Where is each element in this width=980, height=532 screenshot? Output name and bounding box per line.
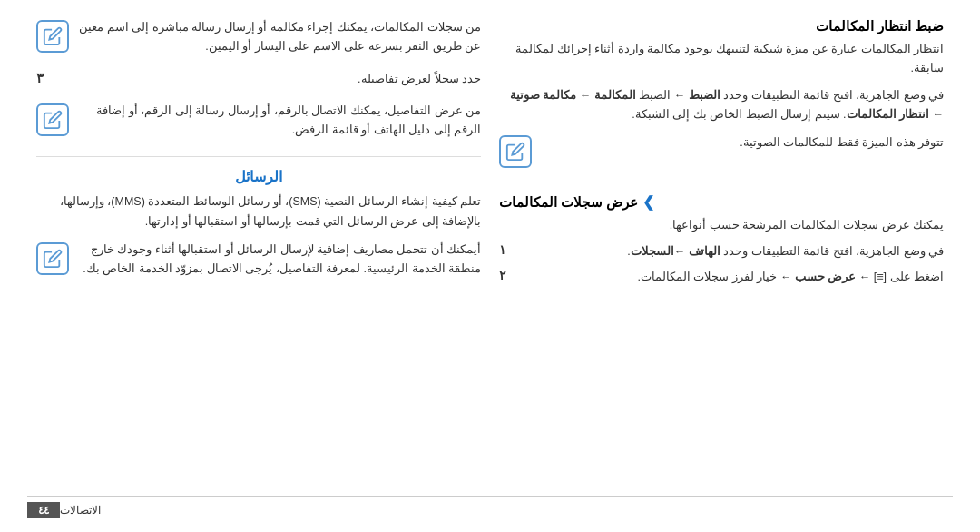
step1-text1: في وضع الجاهزية، افتح قائمة التطبيقات وح… [720,245,944,258]
left-column: من سجلات المكالمات، يمكنك إجراء مكالمة أ… [27,18,481,496]
messages-para1: تعلم كيفية إنشاء الرسائل النصية (SMS)، أ… [36,192,481,232]
left-block1: من سجلات المكالمات، يمكنك إجراء مكالمة أ… [36,18,481,57]
step2-icon: ≡ [877,271,883,283]
call-waiting-para1: انتظار المكالمات عبارة عن ميزة شبكية لتن… [499,40,944,79]
step3-number: ٣ [36,70,53,86]
call-waiting-title: ضبط انتظار المكالمات [499,18,944,34]
footer-section-label: الاتصالات [60,504,101,517]
call-waiting-note-text: تتوفر هذه الميزة فقط للمكالمات الصوتية. [541,133,944,153]
para2-text5: . سيتم إرسال الضبط الخاص بك إلى الشبكة. [632,108,846,121]
call-waiting-para2: في وضع الجاهزية، افتح قائمة التطبيقات وح… [499,86,944,125]
page-container: ضبط انتظار المكالمات انتظار المكالمات عب… [0,0,980,532]
edit-icon-2 [43,26,63,46]
step1-number: ١ [499,242,515,257]
step2-text1: اضغط على [ [884,271,944,283]
left-block3-icon-box [36,242,69,275]
step1-bold2: السجلات [631,245,674,258]
page-footer: الاتصالات ٤٤ [27,496,953,518]
para2-bold3: مكالمة صوتية [510,89,576,102]
call-logs-title: عرض سجلات المكالمات [499,194,638,211]
call-logs-subtitle: يمكنك عرض سجلات المكالمات المرشحة حسب أن… [499,216,944,235]
para2-text1: في وضع الجاهزية، افتح قائمة التطبيقات وح… [720,89,944,102]
note-icon-box [499,135,532,168]
left-block3-text: أيمكنك أن تتحمل مصاريف إضافية لإرسال الر… [78,241,481,280]
call-waiting-note-block: تتوفر هذه الميزة فقط للمكالمات الصوتية. [499,133,944,168]
right-column: ضبط انتظار المكالمات انتظار المكالمات عب… [499,18,953,496]
step3-item: حدد سجلاً لعرض تفاصيله. ٣ [36,70,481,89]
step2-text3: ← خيار لفرز سجلات المكالمات. [638,271,795,283]
para2-bold1: الضبط [689,89,720,102]
step2-bold1: عرض حسب [795,271,856,283]
content-area: ضبط انتظار المكالمات انتظار المكالمات عب… [27,18,953,496]
para2-bold2: المكالمة [594,89,636,102]
left-block2-icon-box [36,103,69,136]
para2-bold4: انتظار المكالمات [847,108,929,121]
left-block2: من عرض التفاصيل، يمكنك الاتصال بالرقم، أ… [36,102,481,141]
para2-text3: ← [576,89,593,102]
call-logs-step2-text: اضغط على [≡] ← عرض حسب ← خيار لفرز سجلات… [523,268,944,287]
messages-title: الرسائل [36,168,481,185]
page-number-box: ٤٤ [27,502,60,518]
step1-text2: ← [674,245,689,258]
step2-text2: ] ← [856,271,877,283]
step2-number: ٢ [499,268,515,282]
messages-section: الرسائل تعلم كيفية إنشاء الرسائل النصية … [36,156,481,279]
left-block1-icon-box [36,20,69,53]
call-logs-step2: اضغط على [≡] ← عرض حسب ← خيار لفرز سجلات… [499,268,944,287]
call-logs-step1: في وضع الجاهزية، افتح قائمة التطبيقات وح… [499,242,944,261]
section-arrow-icon: ❯ [642,193,654,211]
left-block2-text: من عرض التفاصيل، يمكنك الاتصال بالرقم، أ… [78,102,481,141]
call-logs-title-block: ❯ عرض سجلات المكالمات [499,193,944,211]
call-logs-section: ❯ عرض سجلات المكالمات يمكنك عرض سجلات ال… [499,193,944,287]
edit-icon-4 [43,249,63,269]
edit-icon [505,142,525,162]
para2-text2: ← الضبط [636,89,689,102]
para2-text4: ← [929,108,944,121]
page-number: ٤٤ [38,504,49,517]
step1-bold1: الهاتف [689,245,720,258]
left-block1-text: من سجلات المكالمات، يمكنك إجراء مكالمة أ… [78,18,481,57]
left-block3: أيمكنك أن تتحمل مصاريف إضافية لإرسال الر… [36,241,481,280]
edit-icon-3 [43,110,63,130]
step3-text: حدد سجلاً لعرض تفاصيله. [60,70,481,89]
call-logs-step1-text: في وضع الجاهزية، افتح قائمة التطبيقات وح… [523,242,944,261]
call-waiting-section: ضبط انتظار المكالمات انتظار المكالمات عب… [499,18,944,168]
